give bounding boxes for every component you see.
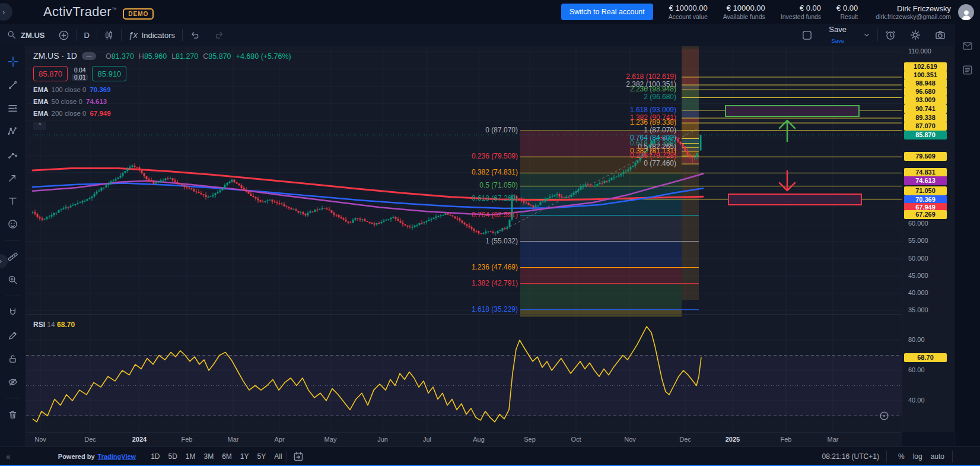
- sidebar-expand-button[interactable]: ›: [0, 3, 12, 21]
- avatar[interactable]: [958, 4, 974, 20]
- indicators-button[interactable]: ƒx Indicators: [122, 30, 182, 40]
- switch-to-real-button[interactable]: Switch to Real account: [561, 4, 653, 20]
- rsi-period: 14: [47, 321, 55, 329]
- chart-type-button[interactable]: [97, 30, 121, 40]
- forecast-tool[interactable]: [5, 146, 21, 163]
- candle-body: [32, 212, 34, 213]
- stat-label: Result: [836, 13, 858, 20]
- rsi-legend[interactable]: RSI 14 68.70: [33, 321, 75, 329]
- mail-icon[interactable]: [962, 40, 973, 51]
- range-button-5y[interactable]: 5Y: [253, 451, 271, 462]
- undo-button[interactable]: [183, 31, 207, 40]
- hide-drawings-button[interactable]: [5, 373, 21, 390]
- range-button-5d[interactable]: 5D: [164, 451, 181, 462]
- fib-band: [682, 90, 699, 97]
- ema-legend-row[interactable]: EMA100 close 070.369: [33, 86, 291, 93]
- ema-value: 74.613: [86, 98, 107, 105]
- ohlc-values: O81.370H85.960L81.270C85.870+4.680 (+5.7…: [101, 51, 291, 61]
- candle-body: [447, 213, 449, 215]
- pattern-tool[interactable]: [5, 123, 21, 140]
- candle-body: [469, 226, 470, 227]
- range-button-1d[interactable]: 1D: [147, 451, 164, 462]
- candle-body: [405, 224, 406, 226]
- candle-body: [680, 142, 682, 144]
- symbol-search[interactable]: ZM.US: [0, 30, 52, 40]
- stat-label: Account value: [669, 13, 708, 20]
- save-menu-button[interactable]: [856, 32, 877, 38]
- ema-legend-row[interactable]: EMA200 close 067.949: [33, 110, 291, 117]
- news-icon[interactable]: [962, 64, 973, 76]
- chart-legend[interactable]: ZM.US · 1D — O81.370H85.960L81.270C85.87…: [33, 51, 291, 130]
- candle-body: [561, 196, 563, 198]
- candle-body: [196, 192, 198, 192]
- down-arrow: [779, 171, 795, 191]
- fullscreen-checkbox[interactable]: [795, 30, 819, 40]
- alert-button[interactable]: [878, 30, 903, 40]
- emoji-tool[interactable]: [5, 215, 21, 232]
- range-button-6m[interactable]: 6M: [218, 451, 236, 462]
- bottom-divider: [287, 451, 287, 462]
- crosshair-tool[interactable]: [5, 53, 21, 70]
- text-tool[interactable]: [5, 192, 21, 209]
- sell-button[interactable]: 85.870: [33, 66, 68, 81]
- candle-body: [184, 185, 186, 187]
- candle-body: [364, 219, 366, 221]
- candle-body: [75, 204, 77, 205]
- legend-collapse-button[interactable]: ^: [33, 122, 46, 130]
- candle-body: [84, 201, 86, 201]
- candle-body: [644, 151, 646, 154]
- candle-body: [243, 188, 245, 190]
- clock[interactable]: 08:21:16 (UTC+1): [822, 452, 879, 461]
- candle-body: [262, 202, 264, 202]
- candle-body: [201, 193, 202, 194]
- candle-body: [616, 177, 618, 177]
- candle-body: [343, 218, 345, 219]
- buy-button[interactable]: 85.910: [92, 66, 126, 81]
- axis-tick: 80.00: [908, 336, 925, 343]
- fib-retracement-tool[interactable]: [5, 100, 21, 116]
- candle-body: [170, 178, 171, 179]
- log-scale-button[interactable]: log: [909, 451, 927, 462]
- ema-legend-row[interactable]: EMA50 close 074.613: [33, 98, 291, 105]
- legend-symbol[interactable]: ZM.US · 1D: [33, 51, 77, 61]
- redo-button[interactable]: [207, 31, 231, 40]
- percent-scale-button[interactable]: %: [894, 451, 909, 462]
- range-button-3m[interactable]: 3M: [200, 451, 218, 462]
- price-axis[interactable]: 110.00060.00055.00050.00045.00040.00035.…: [902, 46, 954, 432]
- collapse-pane-icon[interactable]: «: [6, 452, 11, 461]
- candle-body: [700, 135, 702, 150]
- candle-body: [696, 153, 698, 157]
- ohlc-value: 81.370: [112, 52, 134, 61]
- axis-price-label: 96.680: [904, 87, 947, 96]
- axis-price-label: 85.870: [904, 131, 947, 140]
- demo-badge: DEMO: [123, 8, 154, 20]
- save-button[interactable]: Save Save: [822, 26, 854, 45]
- tradingview-link[interactable]: TradingView: [98, 453, 136, 460]
- legend-collapse-pill[interactable]: —: [82, 52, 96, 60]
- candle-body: [378, 223, 380, 224]
- zoom-in-tool[interactable]: [5, 271, 21, 288]
- user-info[interactable]: Dirk Friczewsky dirk.friczewsky@gmail.co…: [876, 4, 951, 20]
- trend-line-tool[interactable]: [5, 77, 21, 93]
- magnet-mode-button[interactable]: [5, 304, 21, 321]
- fib-band: [682, 77, 699, 85]
- range-button-all[interactable]: All: [270, 451, 286, 462]
- remove-drawings-button[interactable]: [5, 406, 21, 423]
- candle-body: [537, 205, 539, 205]
- snapshot-button[interactable]: [928, 30, 953, 40]
- interval-button[interactable]: D: [77, 31, 96, 40]
- auto-scale-button[interactable]: auto: [927, 451, 949, 462]
- candle-body: [193, 189, 195, 191]
- time-axis[interactable]: NovDec2024FebMarAprMayJunJulAugSepOctNov…: [26, 432, 902, 447]
- drawing-mode-button[interactable]: [5, 327, 21, 344]
- lock-drawings-button[interactable]: [5, 350, 21, 367]
- xabcd-pattern-icon: [8, 126, 18, 137]
- go-to-date-button[interactable]: [293, 451, 304, 462]
- settings-button[interactable]: [903, 30, 928, 40]
- candle-body: [68, 207, 69, 207]
- range-button-1m[interactable]: 1M: [182, 451, 200, 462]
- stat-label: Available funds: [723, 13, 765, 20]
- arrow-marker-tool[interactable]: [5, 169, 21, 186]
- range-button-1y[interactable]: 1Y: [236, 451, 253, 462]
- compare-add-button[interactable]: [52, 30, 76, 40]
